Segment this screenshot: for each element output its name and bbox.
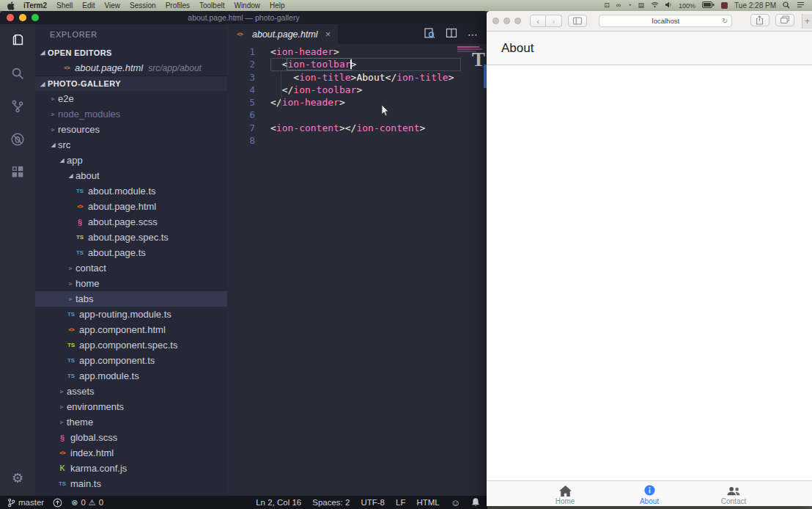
tree-item-contact[interactable]: ▹contact	[35, 260, 227, 276]
ionic-tab-contact[interactable]: Contact	[693, 481, 774, 506]
menu-session[interactable]: Session	[130, 1, 156, 10]
tree-item-index.html[interactable]: <>index.html	[35, 445, 227, 461]
menu-iterm2[interactable]: iTerm2	[23, 1, 47, 10]
tree-item-about.module.ts[interactable]: TSabout.module.ts	[35, 183, 227, 199]
tree-item-environments[interactable]: ▹environments	[35, 399, 227, 414]
back-button[interactable]: ‹	[530, 15, 546, 27]
sidebar-toggle-button[interactable]	[568, 15, 587, 27]
code-line-2[interactable]: 2 <ion-toolbar>	[227, 58, 487, 70]
tree-item-karma.conf.js[interactable]: Kkarma.conf.js	[35, 461, 227, 476]
notification-center-icon[interactable]	[797, 1, 805, 10]
address-bar[interactable]: localhost ↻	[599, 15, 732, 27]
minimize-window-button[interactable]	[503, 18, 510, 24]
menu-toolbelt[interactable]: Toolbelt	[199, 1, 224, 10]
tree-item-assets[interactable]: ▹assets	[35, 384, 227, 399]
code-editor[interactable]: 1<ion-header>2 <ion-toolbar>3 <ion-title…	[227, 44, 487, 496]
menu-edit[interactable]: Edit	[82, 1, 95, 10]
chevron-expanded-icon: ◢	[66, 172, 75, 179]
settings-gear-icon[interactable]: ⚙	[9, 469, 26, 487]
input-source-icon[interactable]	[721, 2, 728, 9]
cursor-position[interactable]: Ln 2, Col 16	[256, 498, 301, 507]
tree-item-app.component.html[interactable]: <>app.component.html	[35, 322, 227, 337]
tree-item-main.ts[interactable]: TSmain.ts	[35, 476, 227, 491]
tree-item-about.page.spec.ts[interactable]: TSabout.page.spec.ts	[35, 230, 227, 245]
zoom-window-button[interactable]	[514, 18, 521, 24]
tree-item-src[interactable]: ◢src	[35, 137, 227, 153]
spotlight-icon[interactable]	[783, 1, 790, 10]
tree-item-global.scss[interactable]: §global.scss	[35, 430, 227, 445]
split-editor-icon[interactable]	[446, 27, 457, 42]
tab-about-page-html[interactable]: <> about.page.html ×	[227, 24, 338, 44]
tree-item-node_modules[interactable]: ▹node_modules	[35, 106, 227, 122]
code-line-3[interactable]: 3 <ion-title>About</ion-title>	[227, 71, 487, 84]
feedback-smiley-icon[interactable]: ☺	[451, 497, 460, 508]
code-text	[270, 109, 461, 121]
menubar-clock[interactable]: Tue 2:28 PM	[734, 1, 776, 10]
tab-overview-button[interactable]	[775, 14, 794, 26]
tree-item-app[interactable]: ◢app	[35, 153, 227, 168]
project-section-header[interactable]: ◢ PHOTO-GALLERY	[35, 76, 227, 91]
tree-item-e2e[interactable]: ▹e2e	[35, 91, 227, 106]
menu-help[interactable]: Help	[270, 1, 285, 10]
editor-group: <> about.page.html × ⋯ 1<ion-header>2 <i…	[227, 24, 487, 496]
menu-view[interactable]: View	[105, 1, 121, 10]
tree-item-tabs[interactable]: ▹tabs	[35, 291, 227, 307]
tree-item-home[interactable]: ▹home	[35, 276, 227, 291]
close-window-button[interactable]	[492, 18, 499, 24]
more-actions-icon[interactable]: ⋯	[468, 29, 479, 40]
forward-button[interactable]: ›	[546, 15, 562, 27]
git-branch-indicator[interactable]: master	[7, 498, 44, 508]
menu-window[interactable]: Window	[234, 1, 260, 10]
reload-icon[interactable]: ↻	[722, 17, 728, 25]
tree-item-about[interactable]: ◢about	[35, 168, 227, 183]
code-line-8[interactable]: 8	[227, 134, 487, 147]
wifi-icon[interactable]	[651, 1, 659, 10]
capture-icon[interactable]: ⊡	[604, 2, 610, 9]
tree-item-theme[interactable]: ▹theme	[35, 414, 227, 430]
publish-changes-icon[interactable]	[53, 498, 62, 508]
source-control-icon[interactable]	[9, 98, 26, 115]
open-editor-item[interactable]: <> about.page.html src/app/about	[35, 60, 227, 76]
tree-item-app.module.ts[interactable]: TSapp.module.ts	[35, 368, 227, 384]
code-line-7[interactable]: 7<ion-content></ion-content>	[227, 122, 487, 134]
encoding-setting[interactable]: UTF-8	[361, 498, 385, 507]
sidecar-icon[interactable]: ∞	[616, 2, 621, 9]
code-line-1[interactable]: 1<ion-header>	[227, 45, 487, 58]
tree-item-about.page.html[interactable]: <>about.page.html	[35, 199, 227, 214]
ionic-tab-home[interactable]: Home	[525, 481, 605, 506]
time-machine-icon[interactable]: ◔	[627, 2, 631, 9]
share-button[interactable]	[750, 14, 769, 26]
vscode-titlebar[interactable]: about.page.html — photo-gallery	[0, 11, 487, 24]
tree-item-app-routing.module.ts[interactable]: TSapp-routing.module.ts	[35, 307, 227, 322]
tree-item-app.component.ts[interactable]: TSapp.component.ts	[35, 353, 227, 368]
menu-shell[interactable]: Shell	[56, 1, 73, 10]
tree-item-about.page.ts[interactable]: TSabout.page.ts	[35, 245, 227, 260]
debug-disabled-icon[interactable]	[9, 131, 26, 148]
volume-icon[interactable]	[665, 1, 672, 10]
search-icon[interactable]	[9, 65, 26, 82]
notifications-bell-icon[interactable]	[471, 497, 480, 508]
new-tab-button[interactable]: +	[802, 14, 812, 29]
url-text: localhost	[652, 17, 680, 25]
apple-menu-icon[interactable]	[7, 1, 15, 10]
eol-setting[interactable]: LF	[396, 498, 405, 507]
open-preview-icon[interactable]	[424, 27, 435, 42]
tree-item-label: about.page.ts	[88, 247, 146, 258]
menu-profiles[interactable]: Profiles	[166, 1, 190, 10]
code-line-4[interactable]: 4 </ion-toolbar>	[227, 84, 487, 96]
chevron-collapsed-icon: ▹	[48, 111, 58, 117]
open-editors-section[interactable]: ◢ OPEN EDITORS	[35, 45, 227, 60]
problems-indicator[interactable]: ⊗ 0 ⚠ 0	[71, 498, 103, 508]
tree-item-app.component.spec.ts[interactable]: TSapp.component.spec.ts	[35, 337, 227, 353]
ionic-tab-about[interactable]: About	[609, 481, 690, 506]
code-line-5[interactable]: 5</ion-header>	[227, 96, 487, 109]
indentation-setting[interactable]: Spaces: 2	[312, 498, 350, 507]
airplay-icon[interactable]: ▤	[638, 2, 645, 9]
close-tab-icon[interactable]: ×	[325, 29, 331, 40]
language-mode[interactable]: HTML	[416, 498, 439, 507]
extensions-icon[interactable]	[9, 164, 26, 181]
tree-item-resources[interactable]: ▹resources	[35, 122, 227, 137]
tree-item-about.page.scss[interactable]: §about.page.scss	[35, 214, 227, 230]
code-line-6[interactable]: 6	[227, 109, 487, 121]
explorer-icon[interactable]	[9, 32, 26, 49]
